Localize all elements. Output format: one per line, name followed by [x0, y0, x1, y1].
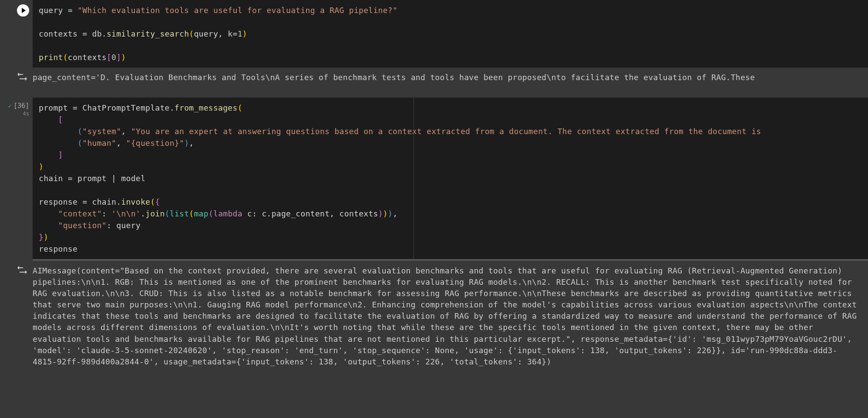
code-token — [39, 127, 77, 136]
code-token: ) — [39, 162, 44, 171]
code-token: . — [267, 209, 272, 218]
output-text[interactable]: page_content='D. Evaluation Benchmarks a… — [33, 72, 868, 84]
code-token — [39, 209, 58, 218]
code-token: ) — [242, 29, 247, 38]
code-token: ( — [77, 138, 82, 148]
output-text[interactable]: AIMessage(content="Based on the context … — [33, 265, 868, 367]
code-token: "question" — [58, 221, 107, 230]
code-token: , contexts — [330, 209, 378, 218]
code-token: ( — [63, 53, 68, 62]
code-token: ] — [58, 150, 63, 159]
code-token: , — [121, 127, 131, 136]
check-icon: ✓ — [8, 102, 11, 109]
code-token: ( — [77, 127, 82, 136]
code-token: ) — [378, 209, 383, 218]
code-token: "context" — [58, 209, 102, 218]
cell-spacer — [0, 86, 868, 98]
output-flow-icon — [17, 266, 27, 277]
code-token: db — [87, 29, 101, 38]
code-token: , — [393, 209, 397, 218]
code-token: query — [39, 6, 63, 15]
code-token: ) — [383, 209, 388, 218]
code-token: ( — [165, 209, 170, 218]
code-token: ] — [116, 53, 121, 62]
code-editor[interactable]: prompt = ChatPromptTemplate.from_message… — [33, 98, 868, 261]
code-token: ) — [44, 233, 48, 242]
code-token: . — [170, 103, 175, 112]
code-token: 0 — [111, 53, 116, 62]
code-token: = — [63, 6, 77, 15]
output-gutter — [0, 72, 33, 84]
code-token: : query — [107, 221, 141, 230]
output-flow-icon — [17, 73, 27, 84]
code-token: from_messages — [175, 103, 238, 112]
code-token: c — [242, 209, 252, 218]
code-token: ) — [121, 53, 126, 62]
code-token — [39, 221, 58, 230]
play-icon — [22, 8, 26, 13]
code-token: "Which evaluation tools are useful for e… — [77, 6, 397, 15]
code-token: , k — [218, 29, 232, 38]
code-token: = — [82, 197, 87, 206]
code-token: ) — [388, 209, 393, 218]
code-token: ( — [189, 29, 194, 38]
code-editor[interactable]: query = "Which evaluation tools are usef… — [33, 0, 868, 67]
code-token: list — [170, 209, 189, 218]
column-ruler — [414, 98, 414, 259]
code-token: "system" — [82, 127, 121, 136]
code-token: "human" — [82, 138, 116, 148]
code-token: = — [68, 174, 73, 183]
code-token: model — [116, 174, 145, 183]
code-token: "{question}" — [126, 138, 185, 148]
cell-output-1: page_content='D. Evaluation Benchmarks a… — [0, 69, 868, 86]
code-token: { — [155, 197, 160, 206]
execution-count: [36] — [13, 102, 29, 110]
code-token: } — [39, 233, 44, 242]
code-token — [39, 138, 77, 148]
code-token: similarity_search — [107, 29, 189, 38]
code-token: ( — [150, 197, 155, 206]
code-token: ) — [184, 138, 189, 148]
code-token: "You are an expert at answering question… — [131, 127, 761, 136]
code-token: page_content — [272, 209, 330, 218]
code-token: join — [145, 209, 165, 218]
code-token: : — [252, 209, 257, 218]
run-cell-button[interactable] — [17, 4, 29, 17]
code-token — [39, 115, 58, 124]
code-token: '\n\n' — [111, 209, 141, 218]
code-token: response — [39, 244, 77, 253]
code-token: = — [233, 29, 238, 38]
code-token: . — [102, 29, 107, 38]
code-token: map — [194, 209, 208, 218]
code-token: : — [102, 209, 111, 218]
code-token: [ — [107, 53, 111, 62]
code-cell-1: query = "Which evaluation tools are usef… — [0, 0, 868, 67]
code-token: prompt — [73, 174, 111, 183]
cell-gutter — [0, 0, 33, 67]
code-token: ( — [238, 103, 242, 112]
code-token: query — [194, 29, 218, 38]
code-token: lambda — [213, 209, 242, 218]
code-token: print — [39, 53, 63, 62]
code-token: response — [39, 197, 82, 206]
cell-gutter: ✓ [36] 4s — [0, 98, 33, 261]
code-token: | — [111, 174, 116, 183]
code-token: 1 — [238, 29, 242, 38]
code-token — [39, 150, 58, 159]
code-token: . — [116, 197, 121, 206]
code-token: . — [141, 209, 145, 218]
execution-time: 4s — [23, 111, 29, 117]
code-token: chain — [87, 197, 116, 206]
code-token: = — [82, 29, 87, 38]
output-gutter — [0, 265, 33, 367]
code-token: ( — [209, 209, 213, 218]
code-token: contexts — [68, 53, 107, 62]
code-token: invoke — [121, 197, 150, 206]
code-token: ChatPromptTemplate — [77, 103, 170, 112]
code-token: ( — [189, 209, 194, 218]
code-token: = — [73, 103, 77, 112]
code-token: , — [189, 138, 194, 148]
code-token: chain — [39, 174, 68, 183]
code-token: [ — [58, 115, 63, 124]
code-token: , — [116, 138, 126, 148]
